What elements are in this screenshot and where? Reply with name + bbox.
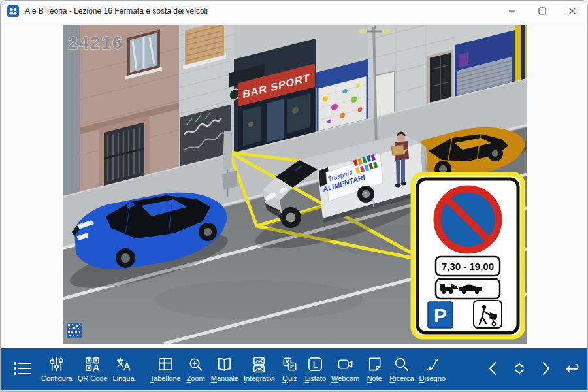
toolbar-button-disegno[interactable]: Disegno <box>417 349 448 388</box>
board-grid-icon <box>157 355 174 373</box>
qr-stamp <box>67 323 82 338</box>
true-false-icon <box>281 355 299 373</box>
purple-sign <box>459 52 468 68</box>
no-parking-symbol <box>437 189 498 250</box>
nav-previous-button[interactable] <box>480 349 506 388</box>
minimize-button[interactable] <box>497 1 527 22</box>
cardboard-box <box>391 145 404 155</box>
maximize-button[interactable] <box>527 1 557 22</box>
chevron-up-down-icon <box>510 359 529 378</box>
toolbar-label: Note <box>367 375 382 382</box>
toolbar-button-integrativi[interactable]: Integrativi <box>241 349 278 388</box>
toolbar-button-listato[interactable]: Listato <box>302 349 329 388</box>
window-controls <box>497 1 587 22</box>
toolbar-label: Disegno <box>419 375 446 382</box>
toolbar-label: Zoom <box>187 375 205 382</box>
toolbar-button-ricerca[interactable]: Ricerca <box>387 349 416 388</box>
toolbar-label: QR Code <box>78 375 108 382</box>
title-bar: A e B Teoria - Lezione 16 Fermata e sost… <box>1 1 587 22</box>
close-icon <box>568 7 576 15</box>
toolbar-label: Tabellone <box>150 375 181 382</box>
translate-icon <box>115 355 133 373</box>
nav-random-button[interactable] <box>506 349 532 388</box>
toolbar-button-lingua[interactable]: Lingua <box>110 349 137 388</box>
toolbar-button-manuale[interactable]: Manuale <box>208 349 241 388</box>
toolbar-button-note[interactable]: Note <box>362 349 387 388</box>
book-icon <box>216 355 233 373</box>
toolbar-button-configura[interactable]: Configura <box>39 349 75 388</box>
list-square-icon <box>306 355 324 373</box>
tow-away-plate <box>436 279 500 299</box>
menu-button[interactable] <box>6 349 39 388</box>
time-range-text: 7,30 - 19,00 <box>442 261 494 272</box>
parking-sign: P <box>428 302 453 328</box>
close-button[interactable] <box>557 1 587 22</box>
toolbar-label: Configura <box>41 375 73 382</box>
pen-draw-icon <box>423 355 441 373</box>
toolbar-label: Listato <box>305 375 326 382</box>
toolbar-label: Quiz <box>282 375 297 382</box>
chevron-left-icon <box>484 359 502 378</box>
toolbar-label: Lingua <box>113 375 135 382</box>
images-icon <box>250 355 268 373</box>
app-window: A e B Teoria - Lezione 16 Fermata e sost… <box>0 0 588 392</box>
nav-next-button[interactable] <box>532 349 559 388</box>
toolbar-button-zoom[interactable]: Zoom <box>184 349 208 388</box>
toolbar-label: Ricerca <box>389 375 414 382</box>
toolbar-button-qr-code[interactable]: QR Code <box>75 349 110 388</box>
toolbar-button-webcam[interactable]: Webcam <box>329 349 362 388</box>
note-icon <box>366 355 384 373</box>
toolbar-label: Manuale <box>211 375 238 382</box>
app-icon <box>7 5 19 17</box>
webcam-icon <box>336 355 354 373</box>
toolbar-label: Webcam <box>331 375 359 382</box>
porter-plate <box>474 301 502 328</box>
toolbar-label: Integrativi <box>244 375 275 382</box>
image-number-watermark: 24216 <box>68 33 123 53</box>
toolbar-button-quiz[interactable]: Quiz <box>278 349 302 388</box>
toolbar: Configura QR Code Lingua Tabellone <box>1 348 588 390</box>
menu-list-icon <box>12 358 33 379</box>
content-area: BAR SPORT <box>1 22 588 348</box>
return-arrow-icon <box>563 359 581 378</box>
nav-return-button[interactable] <box>559 349 585 388</box>
shop-door-white <box>375 71 395 118</box>
zoom-in-icon <box>187 355 204 373</box>
qr-code-icon <box>84 355 101 373</box>
minimize-icon <box>508 7 516 15</box>
toolbar-button-tabellone[interactable]: Tabellone <box>148 349 184 388</box>
search-icon <box>393 355 410 373</box>
no-parking-sign-panel: 7,30 - 19,00 <box>413 174 523 337</box>
maximize-icon <box>538 7 546 15</box>
parking-letter: P <box>434 304 447 326</box>
window-title: A e B Teoria - Lezione 16 Fermata e sost… <box>25 7 208 16</box>
lesson-image: BAR SPORT <box>63 25 527 344</box>
chevron-right-icon <box>536 359 555 378</box>
sliders-icon <box>48 355 65 373</box>
